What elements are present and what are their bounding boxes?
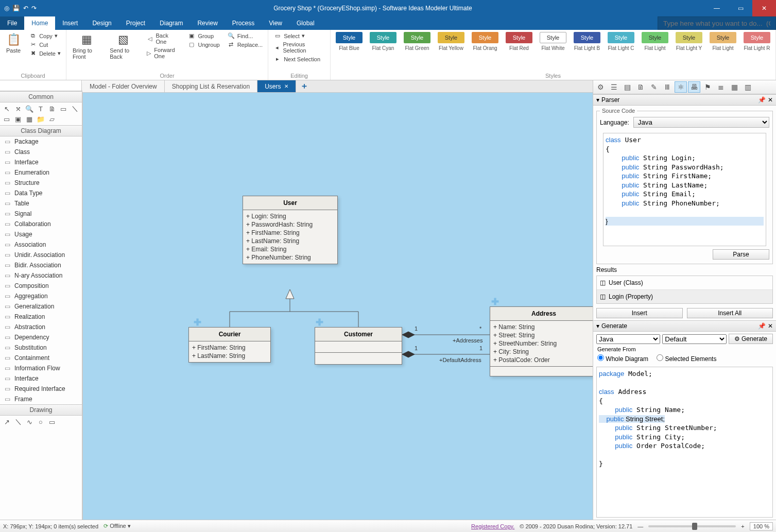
toolbox-item[interactable]: ▭Required Interface — [0, 384, 82, 394]
close-panel-icon[interactable]: ✕ — [768, 322, 773, 330]
class-customer[interactable]: Customer — [315, 327, 402, 365]
toolbox-item[interactable]: ▭Structure — [0, 178, 82, 188]
line-tool-icon[interactable]: ＼ — [70, 105, 79, 113]
style-swatch[interactable]: StyleFlat Light — [642, 32, 668, 51]
canvas-scroll[interactable]: User + Login: String+ PasswordHash: Stri… — [82, 93, 593, 520]
save-icon[interactable]: 💾 — [12, 5, 20, 12]
close-panel-icon[interactable]: ✕ — [768, 96, 773, 104]
tab-tool-icon[interactable]: ▱ — [47, 115, 57, 123]
style-swatch[interactable]: StyleFlat Light B — [574, 32, 600, 51]
undo-icon[interactable]: ↶ — [23, 5, 28, 12]
toolbox-item[interactable]: ▭Association — [0, 239, 82, 250]
forward-one-button[interactable]: ▷Forward One — [145, 46, 182, 60]
cut-button[interactable]: ✂Cut — [28, 41, 62, 48]
radio-whole-diagram[interactable]: Whole Diagram — [597, 354, 648, 363]
toolbox-item[interactable]: ▭Bidir. Association — [0, 260, 82, 270]
next-selection-button[interactable]: ▸Next Selection — [272, 55, 326, 63]
tab-project[interactable]: Project — [119, 16, 152, 30]
toolbox-item[interactable]: ▭Interface — [0, 157, 82, 167]
toolbox-item[interactable]: ▭Usage — [0, 229, 82, 239]
style-swatch[interactable]: StyleFlat Light Y — [676, 32, 702, 51]
delete-button[interactable]: ✖Delete ▾ — [28, 49, 62, 57]
send-back-button[interactable]: ▧Send to Back — [108, 32, 139, 61]
generate-code-viewer[interactable]: package Model; class Address { public St… — [596, 367, 773, 518]
toolbox-item[interactable]: ▭Package — [0, 136, 82, 147]
doc-tab-users[interactable]: Users✕ — [257, 80, 296, 92]
panel-icon[interactable]: 🗎 — [634, 81, 647, 93]
redo-icon[interactable]: ↷ — [31, 5, 37, 12]
style-swatch[interactable]: StyleFlat Light R — [744, 32, 770, 51]
toolbox-item[interactable]: ▭Table — [0, 198, 82, 209]
draw-arrow-icon[interactable]: ↗ — [2, 418, 11, 426]
style-swatch[interactable]: StyleFlat Cyan — [370, 32, 396, 51]
toolbox-item[interactable]: ▭Collaboration — [0, 219, 82, 229]
chevron-icon[interactable]: ▾ — [596, 322, 599, 330]
panel-icon[interactable]: ☰ — [608, 81, 620, 93]
doc-tab-shopping[interactable]: Shopping List & Reservation — [165, 80, 257, 92]
hand-tool-icon[interactable]: ⤧ — [13, 105, 23, 113]
diagram-canvas[interactable]: User + Login: String+ PasswordHash: Stri… — [83, 93, 593, 520]
doc-tab-overview[interactable]: Model - Folder Overview — [82, 80, 165, 92]
maximize-button[interactable]: ▭ — [729, 0, 752, 16]
style-swatch[interactable]: StyleFlat Yellow — [438, 32, 464, 51]
find-button[interactable]: 🔍Find... — [226, 32, 264, 40]
generate-button[interactable]: ⚙ Generate — [729, 334, 773, 344]
toolbox-item[interactable]: ▭Aggregation — [0, 291, 82, 301]
toolbox-item[interactable]: ▭Information Flow — [0, 363, 82, 373]
bring-front-button[interactable]: ▦Bring to Front — [71, 32, 102, 61]
panel-icon[interactable]: ▤ — [621, 81, 633, 93]
panel-icon[interactable]: ≣ — [715, 81, 727, 93]
panel-icon[interactable]: Ⅲ — [661, 81, 674, 93]
toolbox-item[interactable]: ▭Substitution — [0, 342, 82, 353]
registered-link[interactable]: Registered Copy. — [471, 523, 514, 529]
tab-diagram[interactable]: Diagram — [152, 16, 190, 30]
add-element-icon[interactable]: ✚ — [194, 317, 201, 328]
toolbox-item[interactable]: ▭Signal — [0, 209, 82, 219]
generate-lang-select[interactable]: Java — [596, 334, 660, 344]
toolbox-item[interactable]: ▭Composition — [0, 281, 82, 291]
add-element-icon[interactable]: ✚ — [491, 296, 499, 307]
select-button[interactable]: ▭Select ▾ — [272, 32, 326, 40]
toolbox-item[interactable]: ▭Data Type — [0, 188, 82, 198]
add-tab-button[interactable]: ＋ — [296, 80, 313, 92]
panel-icon[interactable]: ⚙ — [594, 81, 607, 93]
minimize-button[interactable]: — — [705, 0, 729, 16]
parser-panel-icon[interactable]: ⚛ — [675, 81, 687, 93]
toolbox-item[interactable]: ▭Interface — [0, 373, 82, 384]
group-button[interactable]: ▣Group — [186, 32, 220, 40]
draw-ellipse-icon[interactable]: ○ — [36, 418, 45, 426]
result-item-user[interactable]: ◫User (Class) — [597, 276, 772, 290]
class-courier[interactable]: Courier + FirstName: String+ LastName: S… — [188, 327, 271, 363]
text-tool-icon[interactable]: T — [36, 105, 45, 113]
frame-tool-icon[interactable]: ▣ — [13, 115, 23, 123]
zoom-slider[interactable] — [648, 525, 736, 527]
chevron-icon[interactable]: ▾ — [596, 96, 599, 104]
zoom-in-button[interactable]: + — [741, 523, 744, 529]
toolbox-item[interactable]: ▭Generalization — [0, 301, 82, 312]
status-offline[interactable]: ⟳ Offline ▾ — [104, 523, 131, 529]
toolbox-section-classdiag[interactable]: Class Diagram — [0, 125, 82, 136]
draw-curve-icon[interactable]: ∿ — [25, 418, 34, 426]
class-user[interactable]: User + Login: String+ PasswordHash: Stri… — [243, 196, 338, 264]
container-tool-icon[interactable]: ▭ — [2, 115, 11, 123]
tab-global[interactable]: Global — [289, 16, 322, 30]
toolbox-item[interactable]: ▭Abstraction — [0, 322, 82, 332]
radio-selected-elements[interactable]: Selected Elements — [657, 354, 716, 363]
close-icon[interactable]: ✕ — [284, 83, 288, 89]
add-element-icon[interactable]: ✚ — [316, 317, 323, 328]
parser-code-editor[interactable]: class User { public String Login; public… — [603, 133, 766, 246]
generate-template-select[interactable]: Default — [662, 334, 726, 344]
insert-all-button[interactable]: Insert All — [687, 308, 773, 318]
tab-process[interactable]: Process — [225, 16, 262, 30]
style-swatch[interactable]: StyleFlat Light C — [608, 32, 634, 51]
zoom-tool-icon[interactable]: 🔍 — [25, 105, 34, 113]
language-select[interactable]: Java — [633, 117, 769, 128]
ungroup-button[interactable]: ▢Ungroup — [186, 41, 220, 48]
toolbox-item[interactable]: ▭Dependency — [0, 332, 82, 342]
panel-icon[interactable]: ▥ — [741, 81, 754, 93]
toolbox-section-common[interactable]: Common — [0, 91, 82, 102]
parse-button[interactable]: Parse — [713, 249, 769, 260]
tab-file[interactable]: File — [0, 16, 24, 30]
toolbox-item[interactable]: ▭Frame — [0, 394, 82, 404]
style-swatch[interactable]: StyleFlat Blue — [336, 32, 363, 51]
